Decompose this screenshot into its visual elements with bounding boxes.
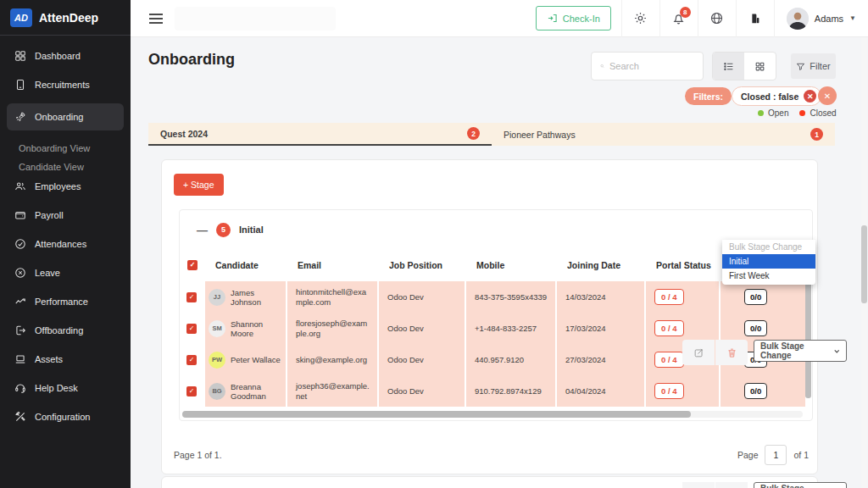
sidebar-item-offboarding[interactable]: Offboarding [7,320,124,341]
grid-view-button[interactable] [744,53,776,80]
sidebar-item-label: Dashboard [35,51,81,61]
chevron-down-icon: ▼ [849,14,856,22]
sidebar-item-assets[interactable]: Assets [7,349,124,369]
tab-count-badge: 1 [810,128,823,141]
dashboard-icon [14,50,26,62]
job-position: Odoo Dev [379,313,466,344]
edit-icon [693,347,704,358]
task-status-badge: 0/0 [744,320,767,336]
edit-stage-button[interactable] [682,482,715,488]
sidebar-item-label: Leave [35,268,60,278]
company-icon[interactable] [737,0,774,37]
col-header-mobile: Mobile [466,260,557,270]
delete-stage-button[interactable] [715,340,748,365]
candidate-email: floresjoseph@example.org [287,313,379,344]
language-globe-icon[interactable] [698,0,736,37]
row-checkbox[interactable]: ✓ [186,292,197,302]
page-summary: Page 1 of 1. [174,450,222,460]
sidebar-item-onboarding[interactable]: Onboarding [7,103,124,130]
sidebar-item-performance[interactable]: Performance [7,291,124,312]
sidebar-item-configuration[interactable]: Configuration [7,407,124,427]
candidate-email: joseph36@example.net [287,375,379,407]
candidate-name: Peter Wallace [231,355,281,364]
edit-stage-button[interactable] [682,340,715,365]
avatar: PW [209,352,225,369]
collapse-stage-icon[interactable]: — [197,224,208,236]
status-legend: Open Closed [758,108,837,118]
page-scrollbar[interactable] [861,37,867,488]
sidebar-item-employees[interactable]: Employees [7,176,124,197]
row-checkbox[interactable]: ✓ [186,355,197,365]
hamburger-menu-icon[interactable] [149,14,163,24]
check-in-button[interactable]: Check-In [536,6,611,30]
dropdown-option-initial[interactable]: Initial [722,254,815,269]
search-box [591,52,704,80]
user-menu[interactable]: Adams ▼ [775,8,868,30]
clear-filters-button[interactable]: ✕ [818,86,837,105]
sidebar-item-leave[interactable]: Leave [7,263,124,283]
select-all-checkbox[interactable]: ✓ [187,260,198,270]
row-checkbox[interactable]: ✓ [186,324,197,334]
sidebar-item-payroll[interactable]: Payroll [7,205,124,225]
tab-quest-2024[interactable]: Quest 2024 2 [148,123,492,146]
horizontal-scrollbar-thumb[interactable] [182,411,691,418]
remove-filter-icon[interactable]: ✕ [804,90,816,103]
sidebar-item-label: Performance [35,297,88,307]
page-scrollbar-thumb[interactable] [861,225,867,303]
candidate-email: hintonmitchell@example.com [287,281,379,313]
leave-x-icon [14,267,26,279]
portal-status-badge: 0 / 4 [654,352,684,368]
search-input[interactable] [609,61,694,71]
add-stage-button[interactable]: + Stage [174,174,224,196]
candidate-name: James Johnson [231,288,286,307]
dropdown-option-bulk[interactable]: Bulk Stage Change [722,240,815,254]
sidebar-item-dashboard[interactable]: Dashboard [7,46,124,66]
sidebar-item-label: Payroll [35,210,64,220]
employees-icon [14,180,26,192]
sidebar-item-label: Attendances [35,239,86,249]
avatar [787,8,809,30]
page-number-input[interactable]: 1 [765,445,787,465]
list-view-button[interactable] [713,53,744,80]
sidebar-item-recruitments[interactable]: Recruitments [7,75,124,95]
filters-label: Filters: [685,87,732,105]
sidebar-item-candidate-view[interactable]: Candidate View [7,158,124,176]
stage-count-badge: 5 [216,223,231,237]
chevron-down-icon [833,347,840,355]
mobile: +1-484-833-2257 [466,313,557,344]
portal-status-badge: 0 / 4 [654,289,684,305]
table-header-row: ✓ Candidate Email Job Position Mobile Jo… [180,249,812,281]
search-icon [600,61,604,71]
bulk-stage-dropdown-menu: Bulk Stage Change Initial First Week [722,240,815,285]
delete-stage-button[interactable] [715,482,748,488]
group-tabs: Quest 2024 2 Pioneer Pathways 1 [148,123,835,146]
sidebar-item-label: Recruitments [35,80,90,90]
sidebar-item-helpdesk[interactable]: Help Desk [7,378,124,398]
filter-funnel-icon [796,62,805,71]
stage-header: — 5 Initial [180,210,812,249]
mobile: 910.792.8974x129 [466,375,557,407]
row-checkbox[interactable]: ✓ [186,386,197,396]
horizontal-scrollbar[interactable] [182,411,803,418]
tab-count-badge: 2 [467,127,480,140]
settings-gear-icon[interactable] [622,0,659,37]
mobile: 440.957.9120 [466,344,557,375]
bulk-stage-change-select[interactable]: Bulk Stage Change [754,340,847,362]
sidebar-item-attendances[interactable]: Attendances [7,234,124,254]
list-view-icon [723,61,734,72]
wallet-icon [14,209,26,221]
check-in-icon [547,13,558,24]
brand: AD AttenDeep [0,0,131,36]
bulk-stage-change-select[interactable]: Bulk Stage Change [754,482,847,488]
sidebar-item-label: Offboarding [35,325,83,336]
joining-date: 17/03/2024 [557,313,646,344]
notifications-bell-icon[interactable]: 8 [660,0,698,37]
user-name: Adams [815,14,843,24]
mobile: 843-375-3595x4339 [466,281,557,313]
sidebar-item-onboarding-view[interactable]: Onboarding View [7,139,124,158]
tab-pioneer-pathways[interactable]: Pioneer Pathways 1 [492,123,835,146]
portal-status-badge: 0 / 4 [654,383,684,399]
filter-button[interactable]: Filter [791,53,836,79]
dropdown-option-first-week[interactable]: First Week [722,269,815,283]
sidebar-item-label: Onboarding [35,112,84,122]
